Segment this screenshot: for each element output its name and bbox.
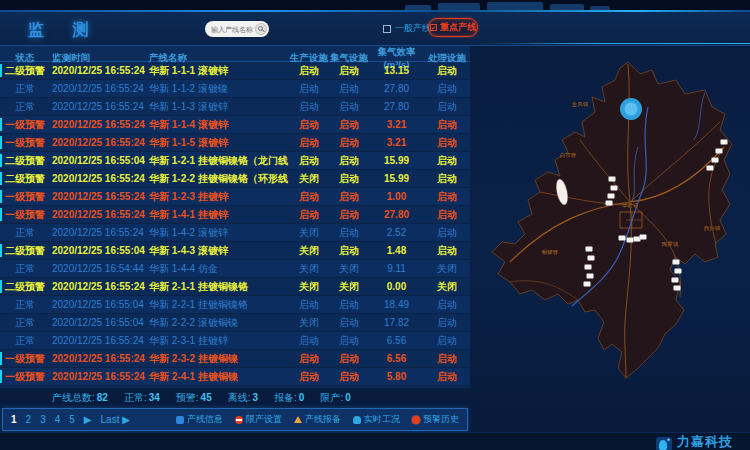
table-row[interactable]: 正常2020/12/25 16:55:04华新 2-2-2 滚镀铜镍关闭启动17…	[0, 314, 470, 332]
line-name-cell: 华新 1-2-1 挂镀铜镍铬（龙门线）	[147, 154, 289, 168]
bottom-toolbar: 12345▶Last ▶ 产线信息限产设置产线报备实时工况预警历史	[2, 408, 468, 431]
table-row[interactable]: 一级预警2020/12/25 16:55:24华新 2-3-2 挂镀铜镍启动启动…	[0, 350, 470, 368]
bottom-strip	[0, 432, 750, 450]
line-name-cell: 华新 1-1-3 滚镀锌	[147, 100, 289, 114]
实时工况-button[interactable]: 实时工况	[353, 413, 400, 426]
treatment-facility-cell: 启动	[424, 298, 470, 312]
table-row[interactable]: 正常2020/12/25 16:55:04华新 2-2-1 挂镀铜镍铬启动启动1…	[0, 296, 470, 314]
efficiency-cell: 3.21	[369, 137, 424, 148]
status-cell: 一级预警	[0, 190, 50, 204]
table-row[interactable]: 一级预警2020/12/25 16:55:24华新 1-1-5 滚镀锌启动启动3…	[0, 134, 470, 152]
factory-marker[interactable]	[609, 177, 616, 182]
factory-marker[interactable]	[673, 260, 680, 265]
treatment-facility-cell: 启动	[424, 370, 470, 384]
factory-marker[interactable]	[712, 158, 719, 163]
table-row[interactable]: 二级预警2020/12/25 16:55:24华新 1-1-1 滚镀锌启动启动1…	[0, 62, 470, 80]
efficiency-cell: 5.80	[369, 371, 424, 382]
ban-circle-icon	[235, 416, 243, 424]
table-row[interactable]: 正常2020/12/25 16:54:44华新 1-4-4 仿金关闭关闭9.11…	[0, 260, 470, 278]
factory-marker[interactable]	[586, 247, 593, 252]
summary-item: 正常:34	[124, 391, 160, 405]
factory-marker[interactable]	[608, 194, 615, 199]
line-name-cell: 华新 1-1-2 滚镀镍	[147, 82, 289, 96]
table-row[interactable]: 二级预警2020/12/25 16:55:24华新 1-2-2 挂镀铜镍铬（环形…	[0, 170, 470, 188]
key-line-filter-button[interactable]: ✔ 重点产线	[428, 18, 478, 37]
time-cell: 2020/12/25 16:55:24	[50, 335, 147, 346]
factory-marker[interactable]	[606, 201, 613, 206]
table-row[interactable]: 正常2020/12/25 16:55:24华新 1-1-3 滚镀锌启动启动27.…	[0, 98, 470, 116]
logo-company-name: 力嘉科技	[677, 433, 733, 450]
time-cell: 2020/12/25 16:55:04	[50, 317, 147, 328]
action-buttons: 产线信息限产设置产线报备实时工况预警历史	[176, 413, 459, 426]
search-button[interactable]	[255, 23, 267, 35]
factory-marker[interactable]	[716, 149, 723, 154]
next-page-button[interactable]: ▶	[84, 414, 92, 425]
预警历史-button[interactable]: 预警历史	[412, 413, 459, 426]
factory-marker[interactable]	[674, 286, 681, 291]
line-name-cell: 华新 1-1-1 滚镀锌	[147, 64, 289, 78]
page-number[interactable]: 4	[55, 414, 61, 425]
skyline-shape	[438, 3, 480, 10]
限产设置-button[interactable]: 限产设置	[235, 413, 282, 426]
search-box[interactable]	[205, 21, 269, 37]
table-row[interactable]: 正常2020/12/25 16:55:24华新 1-4-2 滚镀锌关闭启动2.5…	[0, 224, 470, 242]
factory-marker[interactable]	[721, 140, 728, 145]
table-row[interactable]: 一级预警2020/12/25 16:55:24华新 1-1-4 滚镀锌启动启动3…	[0, 116, 470, 134]
page-number[interactable]: 3	[40, 414, 46, 425]
factory-marker[interactable]	[640, 235, 647, 240]
map-place-label: 华岩镇	[622, 202, 639, 209]
factory-marker[interactable]	[707, 166, 714, 171]
table-row[interactable]: 一级预警2020/12/25 16:55:24华新 1-2-3 挂镀锌启动启动1…	[0, 188, 470, 206]
status-cell: 二级预警	[0, 172, 50, 186]
search-input[interactable]	[211, 26, 253, 33]
gas-facility-cell: 启动	[329, 190, 369, 204]
factory-marker[interactable]	[672, 278, 679, 283]
factory-marker[interactable]	[675, 269, 682, 274]
efficiency-cell: 2.52	[369, 227, 424, 238]
page-number[interactable]: 1	[11, 414, 17, 425]
table-row[interactable]: 二级预警2020/12/25 16:55:24华新 2-1-1 挂镀铜镍铬关闭关…	[0, 278, 470, 296]
factory-marker[interactable]	[619, 236, 626, 241]
treatment-facility-cell: 启动	[424, 190, 470, 204]
status-cell: 一级预警	[0, 370, 50, 384]
factory-marker[interactable]	[585, 265, 592, 270]
table-row[interactable]: 二级预警2020/12/25 16:55:04华新 1-4-3 滚镀锌关闭启动1…	[0, 242, 470, 260]
treatment-facility-cell: 启动	[424, 316, 470, 330]
production-facility-cell: 启动	[289, 100, 329, 114]
line-name-cell: 华新 1-4-3 滚镀锌	[147, 244, 289, 258]
page-number[interactable]: 5	[69, 414, 75, 425]
factory-marker[interactable]	[611, 186, 618, 191]
factory-marker[interactable]	[584, 282, 591, 287]
treatment-facility-cell: 启动	[424, 226, 470, 240]
summary-item: 报备:0	[274, 391, 304, 405]
table-row[interactable]: 正常2020/12/25 16:55:24华新 1-1-2 滚镀镍启动启动27.…	[0, 80, 470, 98]
产线报备-button[interactable]: 产线报备	[294, 413, 341, 426]
production-facility-cell: 启动	[289, 334, 329, 348]
gas-facility-cell: 启动	[329, 154, 369, 168]
production-facility-cell: 启动	[289, 82, 329, 96]
table-row[interactable]: 一级预警2020/12/25 16:55:24华新 1-4-1 挂镀锌启动启动2…	[0, 206, 470, 224]
产线信息-button[interactable]: 产线信息	[176, 413, 223, 426]
line-name-cell: 华新 2-3-1 挂镀锌	[147, 334, 289, 348]
factory-marker[interactable]	[627, 238, 634, 243]
summary-item: 预警:45	[176, 391, 212, 405]
general-line-filter[interactable]: 一般产线	[383, 22, 431, 35]
cluster-marker[interactable]	[620, 98, 642, 120]
district-map[interactable]: 金凤镇白市驿华岩镇铜罐驿陶家镇西彭镇	[480, 52, 750, 400]
factory-marker[interactable]	[588, 256, 595, 261]
treatment-facility-cell: 关闭	[424, 280, 470, 294]
last-page-button[interactable]: Last ▶	[101, 414, 130, 425]
action-button-label: 预警历史	[423, 413, 459, 426]
time-cell: 2020/12/25 16:55:24	[50, 101, 147, 112]
table-row[interactable]: 二级预警2020/12/25 16:55:04华新 1-2-1 挂镀铜镍铬（龙门…	[0, 152, 470, 170]
checkbox-icon[interactable]	[383, 25, 391, 33]
production-facility-cell: 启动	[289, 64, 329, 78]
gas-facility-cell: 启动	[329, 316, 369, 330]
table-row[interactable]: 正常2020/12/25 16:55:24华新 2-3-1 挂镀锌启动启动6.5…	[0, 332, 470, 350]
time-cell: 2020/12/25 16:55:24	[50, 227, 147, 238]
table-row[interactable]: 一级预警2020/12/25 16:55:24华新 2-4-1 挂镀铜镍启动启动…	[0, 368, 470, 386]
page-number[interactable]: 2	[26, 414, 32, 425]
status-cell: 二级预警	[0, 280, 50, 294]
factory-marker[interactable]	[587, 274, 594, 279]
line-name-cell: 华新 1-1-5 滚镀锌	[147, 136, 289, 150]
